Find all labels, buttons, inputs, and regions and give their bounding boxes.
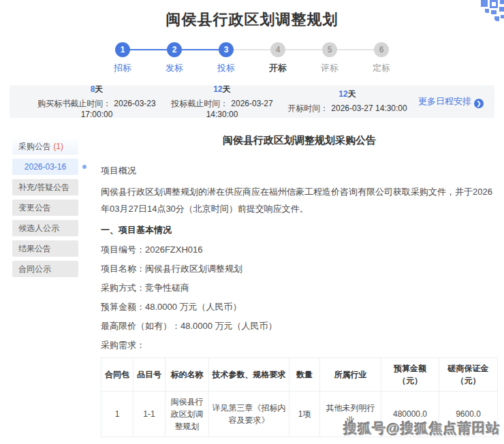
deadline-label: 购买标书截止时间：	[37, 99, 111, 108]
step-pingbiao: 5 评标	[304, 42, 356, 74]
step-number-badge: 1	[115, 42, 130, 57]
field-value: 竞争性磋商	[145, 283, 189, 293]
col-header-deposit: 磋商保证金 （元）	[439, 358, 498, 392]
chevron-right-icon: ❯	[474, 99, 484, 108]
sidebar-item-label: 候选人公示	[18, 223, 59, 233]
sidebar-item-supplement-notice[interactable]: 补充/答疑公告	[12, 179, 78, 195]
deadline-label: 投标截止时间：	[171, 99, 228, 108]
page: 闽侯县行政区划调整规划 1 招标 2 发标 3 投标 4 开标 5 评标 6 定…	[0, 0, 504, 444]
sidebar-item-label: 合同公示	[18, 264, 51, 274]
step-label: 定标	[356, 62, 407, 74]
field-label: 采购需求：	[101, 340, 145, 350]
days-remaining: 8天	[34, 84, 159, 95]
schedule-item-purchase-deadline: 8天 购买标书截止时间：2026-03-23 17:00:00	[34, 84, 159, 119]
days-remaining: 12天	[285, 89, 410, 100]
days-number: 12	[213, 84, 222, 94]
schedule-item-opening-time: 12天 开标时间：2026-03-27 14:30:00	[285, 89, 410, 114]
col-header-subject-name: 标的名称	[166, 358, 209, 392]
bid-progress-stepper: 1 招标 2 发标 3 投标 4 开标 5 评标 6 定标	[0, 42, 504, 74]
field-value: 2026FZXH016	[145, 244, 203, 255]
announcement-title: 闽侯县行政区划调整规划采购公告	[101, 134, 498, 147]
overview-heading: 项目概况	[101, 165, 498, 177]
sidebar-item-label: 补充/答疑公告	[18, 183, 69, 192]
field-value: 闽侯县行政区划调整规划	[145, 264, 242, 274]
step-label: 投标	[200, 62, 252, 74]
qr-code-corner-icon[interactable]	[470, 0, 504, 27]
step-number-badge: 6	[374, 42, 389, 57]
table-header-row: 合同包 品目号 标的名称 技术参数、规格要求 数量 所属行业 预算金额 （元） …	[101, 358, 498, 392]
days-remaining: 12天	[159, 84, 285, 95]
field-project-number: 项目编号：2026FZXH016	[101, 244, 498, 255]
page-title: 闽侯县行政区划调整规划	[0, 0, 504, 30]
sidebar-item-change-notice[interactable]: 变更公告	[12, 200, 78, 216]
overview-paragraph: 闽侯县行政区划调整规划的潜在供应商应在福州信豪工程造价咨询有限公司获取采购文件，…	[101, 183, 498, 217]
cell-quantity: 1项	[289, 392, 320, 437]
field-label: 采购方式：	[101, 283, 145, 293]
deadline-datetime: 开标时间：2026-03-27 14:30:00	[285, 103, 410, 114]
step-number-badge: 5	[322, 42, 337, 57]
field-label: 项目编号：	[101, 244, 145, 255]
cell-subject-name: 闽侯县行政区划调整规划	[166, 392, 209, 437]
sidebar-item-procurement-notice[interactable]: 采购公告 (1)	[12, 138, 78, 155]
cell-tech-specs: 详见第三章《招标内容及要求》	[209, 392, 289, 437]
field-label: 预算金额：	[101, 302, 145, 312]
notice-date-label: 2026-03-16	[25, 162, 66, 172]
step-dingbiao: 6 定标	[356, 42, 407, 74]
sidebar-item-notice-date[interactable]: 2026-03-16	[12, 159, 78, 175]
deadline-datetime: 投标截止时间：2026-03-27 14:30:00	[159, 98, 285, 119]
section1-heading: 一、项目基本情况	[101, 224, 498, 236]
deadline-datetime: 购买标书截止时间：2026-03-23 17:00:00	[34, 98, 159, 119]
step-label: 开标	[252, 62, 304, 74]
field-procurement-demand: 采购需求：	[101, 339, 498, 351]
active-dot-icon	[82, 165, 86, 169]
days-unit: 天	[348, 89, 356, 99]
col-header-budget: 预算金额 （元）	[381, 358, 439, 392]
col-header-quantity: 数量	[289, 358, 320, 392]
more-schedule-label: 更多日程安排	[418, 96, 471, 106]
cell-contract-package: 1	[101, 392, 133, 437]
field-budget-amount: 预算金额：48.0000 万元（人民币）	[101, 301, 498, 313]
watermark-text: 搜狐号@搜狐焦点莆田站	[343, 419, 501, 438]
days-unit: 天	[95, 84, 103, 94]
step-number-badge: 2	[167, 42, 182, 57]
schedule-bar: 8天 购买标书截止时间：2026-03-23 17:00:00 12天 投标截止…	[10, 85, 494, 118]
field-value: 48.0000 万元（人民币）	[180, 321, 277, 331]
step-label: 招标	[97, 62, 148, 74]
sidebar-item-contract-publicity[interactable]: 合同公示	[12, 261, 78, 277]
sidebar-item-result-notice[interactable]: 结果公告	[12, 240, 78, 257]
content-area: 采购公告 (1) 2026-03-16 补充/答疑公告 变更公告 候选人公示 结…	[0, 133, 504, 444]
days-unit: 天	[223, 84, 231, 94]
field-max-price: 最高限价（如有）：48.0000 万元（人民币）	[101, 320, 498, 332]
announcement-sidebar: 采购公告 (1) 2026-03-16 补充/答疑公告 变更公告 候选人公示 结…	[12, 133, 83, 444]
step-fabiao: 2 发标	[148, 42, 200, 74]
sidebar-item-label: 变更公告	[18, 203, 51, 212]
step-number-badge: 3	[219, 42, 234, 57]
field-label: 项目名称：	[101, 264, 145, 274]
col-header-contract-package: 合同包	[101, 358, 133, 392]
step-label: 评标	[304, 62, 356, 74]
days-number: 12	[338, 89, 347, 99]
sidebar-item-label: 采购公告	[18, 142, 51, 151]
col-header-tech-specs: 技术参数、规格要求	[209, 358, 289, 392]
notice-count-badge: (1)	[53, 142, 63, 151]
field-project-name: 项目名称：闽侯县行政区划调整规划	[101, 263, 498, 274]
cell-item-number: 1-1	[133, 392, 166, 437]
step-kaibiao: 4 开标	[252, 42, 304, 74]
step-zhaobiao: 1 招标	[97, 42, 148, 74]
step-label: 发标	[148, 62, 200, 74]
col-header-item-number: 品目号	[133, 358, 166, 392]
deadline-label: 开标时间：	[287, 104, 328, 113]
field-procurement-method: 采购方式：竞争性磋商	[101, 282, 498, 294]
more-schedule-link[interactable]: 更多日程安排❯	[410, 95, 484, 108]
field-label: 最高限价（如有）：	[101, 321, 180, 331]
step-number-badge: 4	[270, 42, 285, 57]
schedule-item-bid-deadline: 12天 投标截止时间：2026-03-27 14:30:00	[159, 84, 285, 119]
sidebar-item-candidate-publicity[interactable]: 候选人公示	[12, 220, 78, 236]
deadline-value: 2026-03-27 14:30:00	[331, 104, 407, 113]
field-value: 48.0000 万元（人民币）	[145, 302, 242, 312]
step-toubiao: 3 投标	[200, 42, 252, 74]
sidebar-item-label: 结果公告	[18, 244, 51, 253]
announcement-body: 闽侯县行政区划调整规划采购公告 项目概况 闽侯县行政区划调整规划的潜在供应商应在…	[101, 133, 498, 444]
col-header-industry: 所属行业	[320, 358, 381, 392]
